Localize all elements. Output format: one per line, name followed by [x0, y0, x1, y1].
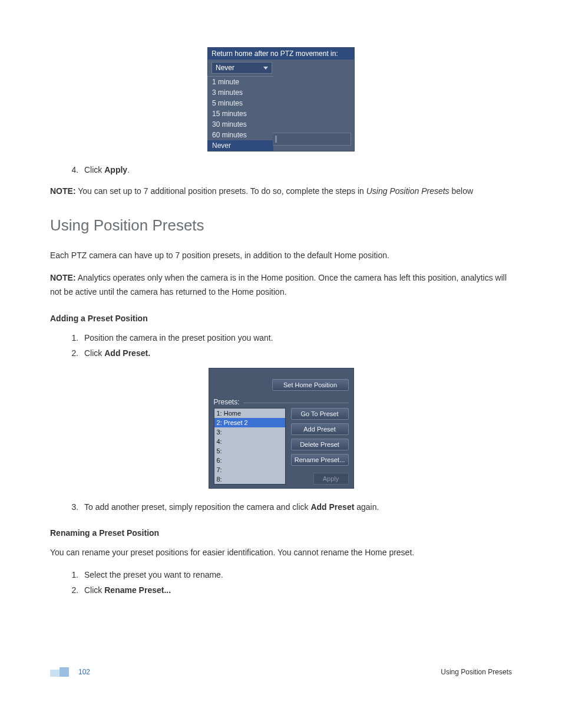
footer-title: Using Position Presets — [441, 668, 512, 676]
note2-label: NOTE: — [50, 273, 76, 282]
presets-list[interactable]: 1: Home2: Preset 23:4:5:6:7:8: — [214, 408, 286, 485]
note-2: NOTE: Analytics operates only when the c… — [50, 271, 512, 299]
dropdown-option[interactable]: 60 minutes — [207, 130, 273, 140]
page-number: 102 — [78, 668, 90, 676]
dropdown-option[interactable]: 15 minutes — [207, 108, 273, 119]
step4-prefix: Click — [84, 165, 104, 174]
adding-steps-continued: To add another preset, simply reposition… — [50, 500, 512, 513]
rename-step-2: Click Rename Preset... — [81, 584, 512, 597]
preset-list-item[interactable]: 5: — [214, 446, 285, 456]
combo-value: Never — [216, 64, 234, 72]
rename-step2-bold: Rename Preset... — [104, 585, 171, 595]
preset-list-item[interactable]: 4: — [214, 437, 285, 446]
rename-preset-button[interactable]: Rename Preset... — [291, 454, 349, 466]
subhead-adding: Adding a Preset Position — [50, 314, 512, 323]
dropdown-options: 1 minute3 minutes5 minutes15 minutes30 m… — [207, 76, 273, 151]
chevron-down-icon — [263, 67, 268, 70]
note1-text1: You can set up to 7 additional position … — [76, 186, 366, 196]
delete-preset-button[interactable]: Delete Preset — [291, 439, 349, 450]
dropdown-option[interactable]: 1 minute — [207, 77, 273, 87]
apply-button[interactable]: Apply — [313, 473, 349, 485]
preset-list-item[interactable]: 8: — [214, 475, 285, 484]
dropdown-option[interactable]: 5 minutes — [207, 98, 273, 108]
rename-step2-prefix: Click — [84, 585, 104, 595]
adjacent-field — [273, 133, 351, 146]
page-footer: 102 Using Position Presets — [50, 667, 512, 677]
step4-bold: Apply — [104, 165, 127, 174]
adding-step2-bold: Add Preset. — [104, 348, 150, 358]
note-1: NOTE: You can set up to 7 additional pos… — [50, 185, 512, 199]
rename-step-1: Select the preset you want to rename. — [81, 568, 512, 581]
step-list-continued: Click Apply. — [50, 163, 512, 176]
preset-list-item[interactable]: 2: Preset 2 — [214, 418, 285, 427]
step-4: Click Apply. — [81, 163, 512, 176]
adding-step-3: To add another preset, simply reposition… — [81, 500, 512, 513]
note1-italic: Using Position Presets — [366, 186, 449, 196]
dropdown-option[interactable]: 3 minutes — [207, 87, 273, 98]
dropdown-option[interactable]: Never — [207, 140, 273, 151]
note2-text: Analytics operates only when the camera … — [50, 273, 507, 297]
dropdown-title: Return home after no PTZ movement in: — [208, 48, 354, 60]
step4-suffix: . — [127, 165, 130, 174]
return-home-combo[interactable]: Never — [211, 62, 272, 74]
footer-logo-icon — [50, 667, 69, 677]
adding-steps: Position the camera in the preset positi… — [50, 331, 512, 360]
preset-list-item[interactable]: 7: — [214, 465, 285, 475]
preset-list-item[interactable]: 3: — [214, 427, 285, 437]
rename-paragraph: You can rename your preset positions for… — [50, 546, 512, 560]
adding-step-2: Click Add Preset. — [81, 347, 512, 360]
note1-label: NOTE: — [50, 186, 76, 196]
dropdown-option[interactable]: 30 minutes — [207, 119, 273, 130]
figure-presets-panel: Set Home Position Presets: 1: Home2: Pre… — [209, 368, 354, 489]
step3-bold: Add Preset — [310, 502, 354, 512]
preset-list-item[interactable]: 6: — [214, 456, 285, 465]
presets-legend: Presets: — [214, 398, 243, 406]
add-preset-button[interactable]: Add Preset — [291, 423, 349, 435]
subhead-renaming: Renaming a Preset Position — [50, 528, 512, 538]
preset-list-item[interactable]: 1: Home — [214, 409, 285, 418]
section-heading: Using Position Presets — [50, 216, 512, 235]
set-home-position-button[interactable]: Set Home Position — [272, 379, 349, 391]
step3-suffix: again. — [354, 502, 379, 512]
step3-prefix: To add another preset, simply reposition… — [84, 502, 310, 512]
figure-return-home-dropdown: Return home after no PTZ movement in: Ne… — [207, 47, 355, 151]
rename-steps: Select the preset you want to rename. Cl… — [50, 568, 512, 597]
intro-paragraph: Each PTZ camera can have up to 7 positio… — [50, 249, 512, 263]
note1-text2: below — [449, 186, 473, 196]
adding-step-1: Position the camera in the preset positi… — [81, 331, 512, 344]
adding-step2-prefix: Click — [84, 348, 104, 358]
go-to-preset-button[interactable]: Go To Preset — [291, 408, 349, 420]
